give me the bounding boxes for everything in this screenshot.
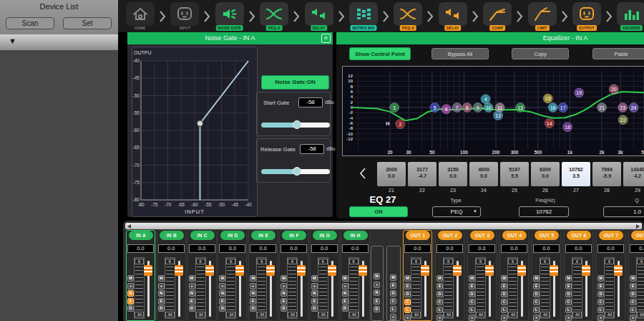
channel-tab[interactable]: OUT 1 [406, 231, 430, 240]
channel-value[interactable]: 0.0 [469, 244, 495, 253]
master-button-l[interactable]: L [390, 306, 396, 312]
channel-value[interactable]: 0.0 [127, 244, 154, 253]
channel-button-e[interactable]: E [280, 298, 287, 305]
toolbar-item-delay[interactable]: DELAY [303, 0, 336, 32]
channel-value[interactable]: 0.0 [158, 244, 185, 253]
eq-control-point-17[interactable]: 17 [558, 103, 567, 112]
eq-control-point-14[interactable]: 14 [545, 119, 554, 128]
eq-control-point-21[interactable]: 21 [597, 103, 607, 112]
eq-control-point-1[interactable]: 1 [390, 103, 399, 112]
channel-button-n[interactable]: N [158, 290, 165, 297]
eq-control-point-6[interactable]: 6 [441, 105, 451, 114]
channel-button-d[interactable]: D [436, 291, 443, 297]
channel-value[interactable]: 0.0 [280, 244, 307, 253]
channel-button-e[interactable]: E [436, 283, 443, 289]
toolbar-item-enginer[interactable]: ENGINER [615, 0, 644, 32]
channel-button-d[interactable]: D [342, 305, 348, 312]
eq-control-point-10[interactable]: 10 [484, 103, 493, 112]
fader-handle[interactable] [266, 265, 275, 276]
channel-button-e[interactable]: E [630, 283, 636, 289]
channel-button-d[interactable]: D [127, 305, 134, 312]
channel-button-m[interactable]: M [597, 275, 604, 282]
scroll-left-icon[interactable] [127, 224, 131, 229]
fader-handle[interactable] [358, 265, 367, 276]
channel-button-m[interactable]: M [342, 275, 348, 282]
eq-control-point-24[interactable]: 24 [629, 103, 638, 112]
close-icon[interactable]: × [321, 34, 331, 43]
channel-button-m[interactable]: M [127, 275, 134, 282]
channel-button-e[interactable]: E [189, 298, 195, 305]
eq-control-point-16[interactable]: 16 [548, 103, 557, 112]
channel-button-+[interactable]: + [219, 283, 225, 289]
channel-value[interactable]: 0.0 [189, 244, 215, 253]
eq-control-point-15[interactable]: 15 [543, 94, 552, 103]
channel-button-m[interactable]: M [501, 275, 507, 282]
master-button-+[interactable]: + [374, 282, 380, 288]
scroll-right-icon[interactable] [636, 224, 640, 229]
channel-button-e[interactable]: E [565, 283, 572, 289]
channel-button-m[interactable]: M [404, 275, 411, 282]
channel-value[interactable]: 0.0 [250, 244, 276, 253]
channel-button-+[interactable]: + [533, 315, 540, 321]
eq-freq-field[interactable]: 10762 [519, 206, 569, 217]
slider-knob[interactable] [293, 167, 301, 176]
band-scroll-left-icon[interactable] [359, 167, 366, 180]
channel-button-m[interactable]: M [280, 275, 287, 282]
channel-button-+[interactable]: + [280, 283, 287, 289]
set-button[interactable]: Set [63, 17, 112, 29]
eq-control-point-13[interactable]: 13 [516, 103, 525, 112]
channel-value[interactable]: 0.0 [342, 244, 369, 253]
channel-tab[interactable]: IN D [220, 231, 245, 240]
eq-q-field[interactable]: 1.0 [603, 206, 644, 217]
eq-control-point-19[interactable]: 19 [575, 88, 584, 97]
channel-button-+[interactable]: + [189, 283, 195, 289]
channel-value[interactable]: 0.0 [311, 244, 338, 253]
fader-handle[interactable] [582, 265, 590, 276]
release-gate-slider[interactable] [261, 169, 330, 174]
channel-button-n[interactable]: N [189, 290, 195, 297]
channel-button-m[interactable]: M [533, 275, 540, 282]
channel-button-d[interactable]: D [469, 291, 475, 297]
gate-threshold-handle[interactable] [197, 120, 203, 126]
channel-button-e[interactable]: E [404, 283, 411, 289]
channel-button-d[interactable]: D [597, 291, 604, 297]
channel-button-m[interactable]: M [630, 275, 636, 282]
eq-control-point-2[interactable]: 2 [396, 120, 405, 129]
channel-button-m[interactable]: M [565, 275, 572, 282]
fader-handle[interactable] [235, 265, 244, 276]
slider-knob[interactable] [293, 120, 301, 129]
channel-button-d[interactable]: D [219, 305, 225, 312]
channel-button-+[interactable]: + [501, 315, 507, 321]
channel-tab[interactable]: IN H [343, 231, 368, 240]
channel-button-l[interactable]: L [533, 307, 540, 313]
channel-button-e[interactable]: E [597, 283, 604, 289]
toolbar-item-limit[interactable]: LIMIT [526, 0, 559, 32]
bypass-all-button[interactable]: Bypass All [431, 48, 489, 59]
channel-button-l[interactable]: L [501, 307, 507, 313]
channel-button-e[interactable]: E [469, 283, 475, 289]
master-button-m[interactable]: M [390, 274, 396, 281]
toolbar-item-peq-x[interactable]: PEQ-X [258, 0, 291, 32]
fader-handle[interactable] [485, 265, 494, 276]
toolbar-item-noise-gate[interactable]: NOISE GATE [213, 0, 246, 32]
channel-button-+[interactable]: + [469, 315, 475, 321]
channel-button-e[interactable]: E [501, 283, 507, 289]
toolbar-item-output[interactable]: OUTPUT [570, 0, 603, 32]
fader-handle[interactable] [614, 265, 623, 276]
channel-tab[interactable]: OUT 5 [535, 231, 559, 240]
channel-tab[interactable]: OUT 6 [567, 231, 591, 240]
toolbar-item-delay[interactable]: DELAY [436, 0, 469, 32]
channel-button-+[interactable]: + [436, 315, 443, 321]
toolbar-item-comp[interactable]: COMP [481, 0, 514, 32]
eq-control-point-23[interactable]: 23 [618, 103, 628, 112]
channel-button-e[interactable]: E [219, 298, 225, 305]
channel-value[interactable]: 0.0 [597, 244, 624, 253]
channel-button-n[interactable]: N [342, 290, 348, 297]
channel-button-l[interactable]: L [597, 307, 604, 313]
eq-control-point-8[interactable]: 8 [462, 103, 472, 112]
channel-button-m[interactable]: M [219, 275, 225, 282]
channel-button-d[interactable]: D [533, 291, 540, 297]
channel-button-l[interactable]: L [630, 307, 636, 313]
channel-button-+[interactable]: + [250, 283, 256, 289]
fader-handle[interactable] [144, 265, 152, 276]
